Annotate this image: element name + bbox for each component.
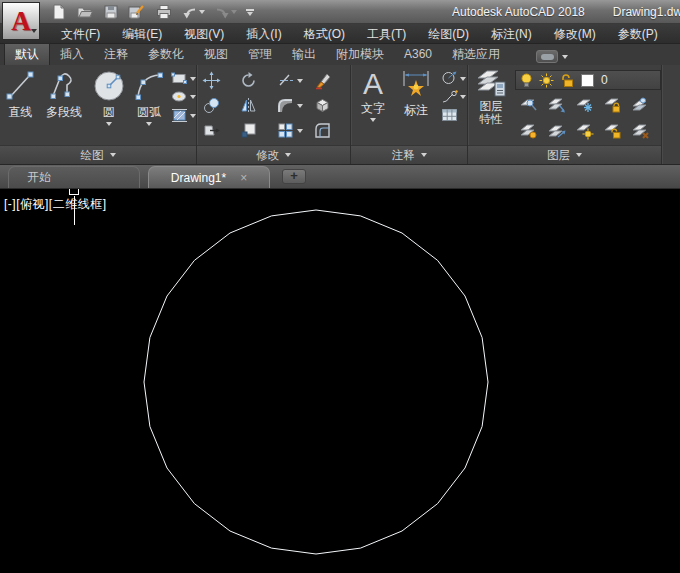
circle-button[interactable]: 圆 — [91, 68, 127, 126]
hatch-icon — [171, 108, 188, 123]
mirror-button[interactable] — [239, 96, 276, 115]
table-button[interactable] — [441, 108, 466, 122]
ellipse-button[interactable] — [171, 90, 196, 103]
menu-tools[interactable]: 工具(T) — [356, 24, 417, 44]
ribbon-tab-a360[interactable]: A360 — [394, 44, 442, 65]
arc-dropdown-caret-icon[interactable] — [146, 122, 152, 126]
menu-parametric[interactable]: 参数(P) — [607, 24, 669, 44]
undo-dropdown-caret-icon[interactable] — [199, 10, 205, 14]
layer-delete-button[interactable] — [629, 120, 653, 142]
plot-button[interactable] — [155, 4, 173, 20]
copy-button[interactable] — [202, 96, 239, 115]
line-button[interactable]: 直线 — [3, 68, 38, 119]
layer-on-off-button[interactable] — [517, 120, 541, 142]
draw-panel-title[interactable]: 绘图 — [0, 145, 196, 164]
layer-change-button[interactable] — [545, 120, 569, 142]
layer-lock-icon — [603, 97, 623, 114]
application-menu-button[interactable]: A — [2, 2, 40, 40]
array-caret-icon[interactable] — [297, 129, 303, 133]
menu-draw[interactable]: 绘图(D) — [417, 24, 480, 44]
undo-arrow-icon — [182, 5, 198, 20]
ribbon-tab-parametric[interactable]: 参数化 — [138, 44, 194, 65]
ribbon-tab-insert[interactable]: 插入 — [50, 44, 94, 65]
scale-button[interactable] — [239, 121, 276, 140]
ribbon-tab-featured-apps[interactable]: 精选应用 — [442, 44, 510, 65]
new-file-button[interactable] — [50, 4, 67, 20]
save-icon — [103, 4, 119, 20]
hatch-button[interactable] — [171, 108, 196, 123]
layer-lock-button[interactable] — [601, 94, 625, 116]
menu-modify[interactable]: 修改(M) — [543, 24, 607, 44]
ribbon-tab-view[interactable]: 视图 — [194, 44, 238, 65]
ribbon-tab-addins[interactable]: 附加模块 — [326, 44, 394, 65]
layer-match-button[interactable] — [629, 94, 653, 116]
text-caret-icon[interactable] — [370, 118, 376, 122]
annotate-panel-title[interactable]: 注释 — [351, 145, 467, 164]
menu-format[interactable]: 格式(O) — [293, 24, 356, 44]
explode-button[interactable] — [313, 96, 350, 115]
save-button[interactable] — [103, 4, 119, 20]
circle-dropdown-caret-icon[interactable] — [106, 122, 112, 126]
rotate-button[interactable] — [239, 71, 276, 90]
layers-panel-title[interactable]: 图层 — [468, 145, 661, 164]
window-title: Autodesk AutoCAD 2018 Drawing1.dwg — [452, 0, 680, 24]
trim-button[interactable] — [276, 71, 313, 90]
ribbon-tab-annotate[interactable]: 注释 — [94, 44, 138, 65]
trim-caret-icon[interactable] — [297, 79, 303, 83]
save-as-button[interactable] — [128, 4, 146, 20]
file-tab-start[interactable]: 开始 — [8, 166, 140, 188]
redo-button[interactable] — [214, 5, 237, 20]
menu-dimension[interactable]: 标注(N) — [480, 24, 543, 44]
layer-freeze-button[interactable] — [573, 94, 597, 116]
redo-dropdown-caret-icon[interactable] — [231, 10, 237, 14]
ribbon-tab-output[interactable]: 输出 — [282, 44, 326, 65]
dimension-button[interactable]: 标注 — [394, 68, 438, 117]
file-tab-drawing1[interactable]: Drawing1* × — [148, 166, 270, 188]
layer-properties-button[interactable]: 图层 特性 — [473, 68, 509, 126]
layer-select-combobox[interactable]: 0 — [515, 70, 661, 90]
modify-panel-title[interactable]: 修改 — [197, 145, 350, 164]
close-tab-icon[interactable]: × — [240, 172, 247, 184]
layer-unisolate-button[interactable] — [545, 94, 569, 116]
erase-button[interactable] — [313, 71, 350, 90]
offset-button[interactable] — [313, 121, 350, 140]
undo-button[interactable] — [182, 5, 205, 20]
drawing-canvas[interactable]: [-][俯视][二维线框] — [0, 189, 680, 573]
autocad-logo: A — [11, 8, 31, 35]
fillet-caret-icon[interactable] — [297, 104, 303, 108]
panel-annotate: A 文字 标注 — [351, 65, 468, 164]
menu-file[interactable]: 文件(F) — [50, 24, 111, 44]
arc-button[interactable]: 圆弧 — [129, 68, 169, 126]
move-button[interactable] — [202, 71, 239, 90]
layer-on-off-icon — [519, 123, 539, 140]
layer-isolate-button[interactable] — [517, 94, 541, 116]
rectangle-button[interactable] — [171, 72, 196, 85]
crosshair-vertical-line — [74, 196, 75, 225]
qat-customize-button[interactable] — [246, 9, 254, 16]
new-drawing-tab-button[interactable]: + — [282, 169, 306, 184]
dimension-style-button[interactable] — [441, 71, 466, 86]
ribbon-tab-home[interactable]: 默认 — [4, 43, 50, 65]
layer-unlock-button[interactable] — [601, 120, 625, 142]
leader-button[interactable] — [441, 90, 466, 104]
viewport-controls-label[interactable]: [-][俯视][二维线框] — [4, 196, 107, 213]
ribbon-display-options-button[interactable] — [536, 50, 568, 63]
open-file-button[interactable] — [76, 4, 94, 20]
fillet-button[interactable] — [276, 96, 313, 115]
menu-view[interactable]: 视图(V) — [173, 24, 235, 44]
layer-change-icon — [547, 123, 567, 140]
layer-thaw-button[interactable] — [573, 120, 597, 142]
ribbon-tab-manage[interactable]: 管理 — [238, 44, 282, 65]
drawn-circle[interactable] — [144, 210, 488, 554]
stretch-button[interactable] — [202, 121, 239, 140]
polyline-button[interactable]: 多段线 — [40, 68, 89, 119]
menu-edit[interactable]: 编辑(E) — [111, 24, 173, 44]
radius-dimension-icon — [441, 71, 458, 86]
array-button[interactable] — [276, 121, 313, 140]
sun-icon — [539, 73, 554, 88]
dimension-style-caret-icon — [460, 77, 466, 81]
ellipse-caret-icon — [190, 95, 196, 99]
panel-modify: 修改 — [197, 65, 351, 164]
text-button[interactable]: A 文字 — [355, 68, 391, 122]
menu-insert[interactable]: 插入(I) — [235, 24, 292, 44]
